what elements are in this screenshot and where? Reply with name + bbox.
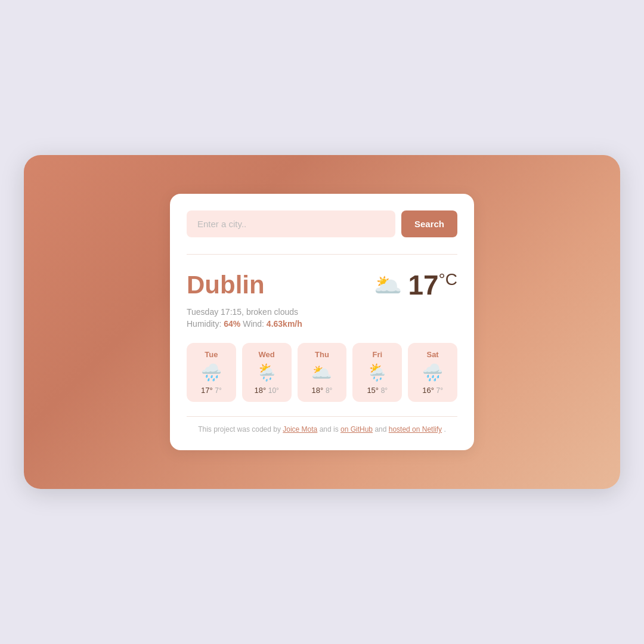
forecast-card-fri: Fri🌦️15° 8°: [352, 343, 402, 402]
temperature-value: 17°C: [408, 269, 457, 301]
wind-label: Wind:: [243, 319, 267, 329]
footer-divider: [187, 416, 457, 417]
search-button[interactable]: Search: [401, 210, 457, 237]
footer-github-link[interactable]: on GitHub: [340, 425, 373, 434]
forecast-icon-3: 🌦️: [367, 363, 388, 382]
city-header: Dublin 🌥️ 17°C: [187, 269, 457, 301]
forecast-card-wed: Wed🌦️18° 10°: [242, 343, 292, 402]
forecast-temps-2: 18° 8°: [312, 386, 333, 395]
temp-unit: °C: [439, 270, 457, 289]
weather-description: Tuesday 17:15, broken clouds: [187, 307, 457, 317]
forecast-card-sat: Sat🌧️16° 7°: [408, 343, 457, 402]
forecast-icon-0: 🌧️: [201, 363, 222, 382]
humidity-label: Humidity:: [187, 319, 221, 329]
forecast-icon-1: 🌦️: [256, 363, 277, 382]
forecast-card-thu: Thu🌥️18° 8°: [298, 343, 347, 402]
forecast-icon-2: 🌥️: [311, 363, 332, 382]
humidity-value: 64%: [224, 319, 240, 329]
footer-text-before: This project was coded by: [198, 425, 281, 434]
forecast-row: Tue🌧️17° 7°Wed🌦️18° 10°Thu🌥️18° 8°Fri🌦️1…: [187, 343, 457, 402]
footer-author-link[interactable]: Joice Mota: [283, 425, 317, 434]
forecast-card-tue: Tue🌧️17° 7°: [187, 343, 236, 402]
forecast-temps-4: 16° 7°: [422, 386, 443, 395]
forecast-high-4: 16°: [422, 386, 434, 395]
forecast-temps-3: 15° 8°: [367, 386, 388, 395]
weather-details: Tuesday 17:15, broken clouds Humidity: 6…: [187, 307, 457, 329]
forecast-day-0: Tue: [205, 350, 218, 359]
forecast-day-2: Thu: [315, 350, 329, 359]
footer-netlify-link[interactable]: hosted on Netlify: [389, 425, 442, 434]
forecast-day-4: Sat: [426, 350, 438, 359]
forecast-temps-1: 18° 10°: [254, 386, 278, 395]
search-row: Search: [187, 210, 457, 237]
search-divider: [187, 254, 457, 255]
forecast-day-1: Wed: [259, 350, 275, 359]
temperature-area: 🌥️ 17°C: [374, 269, 457, 301]
footer-text-end: .: [444, 425, 445, 434]
forecast-low-2: 8°: [326, 386, 332, 395]
forecast-day-3: Fri: [372, 350, 382, 359]
forecast-high-0: 17°: [201, 386, 213, 395]
forecast-icon-4: 🌧️: [422, 363, 443, 382]
forecast-temps-0: 17° 7°: [201, 386, 222, 395]
forecast-low-4: 7°: [436, 386, 442, 395]
footer-text-and: and: [374, 425, 388, 434]
inner-card: Search Dublin 🌥️ 17°C Tuesday 17:15, bro…: [170, 194, 474, 450]
wind-value: 4.63km/h: [267, 319, 302, 329]
city-name: Dublin: [187, 271, 265, 299]
weather-icon-main: 🌥️: [374, 272, 402, 298]
outer-card: Search Dublin 🌥️ 17°C Tuesday 17:15, bro…: [24, 155, 620, 489]
forecast-low-3: 8°: [381, 386, 388, 395]
forecast-low-0: 7°: [215, 386, 221, 395]
forecast-high-3: 15°: [367, 386, 379, 395]
weather-stats: Humidity: 64% Wind: 4.63km/h: [187, 319, 457, 329]
forecast-high-2: 18°: [312, 386, 324, 395]
search-input[interactable]: [187, 210, 395, 237]
footer-text-middle: and is: [320, 425, 340, 434]
forecast-high-1: 18°: [254, 386, 266, 395]
forecast-low-1: 10°: [268, 386, 279, 395]
footer-text: This project was coded by Joice Mota and…: [187, 425, 457, 434]
